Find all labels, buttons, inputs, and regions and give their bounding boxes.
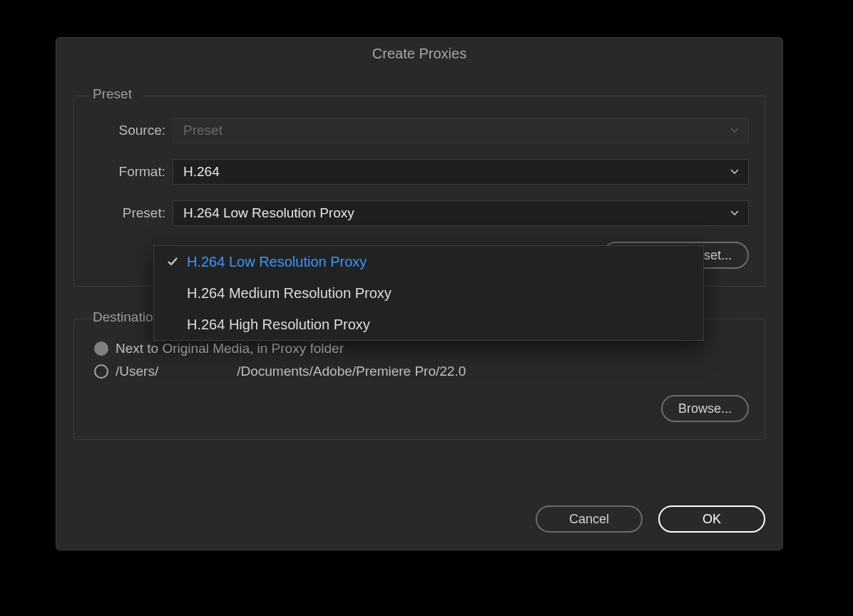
browse-button[interactable]: Browse... xyxy=(661,395,749,422)
chevron-down-icon xyxy=(730,167,740,177)
ok-button[interactable]: OK xyxy=(658,505,765,533)
source-select: Preset xyxy=(173,118,749,143)
chevron-down-icon xyxy=(730,125,740,135)
preset-option-label: H.264 Low Resolution Proxy xyxy=(187,254,367,270)
dialog-title: Create Proxies xyxy=(372,46,466,62)
format-value: H.264 xyxy=(183,164,220,180)
source-value: Preset xyxy=(183,123,223,138)
preset-select[interactable]: H.264 Low Resolution Proxy xyxy=(173,200,749,226)
preset-label: Preset: xyxy=(94,205,165,221)
preset-option-label: H.264 High Resolution Proxy xyxy=(187,317,370,333)
preset-option-low[interactable]: H.264 Low Resolution Proxy xyxy=(154,246,703,277)
destination-option1-label: Next to Original Media, in Proxy folder xyxy=(116,341,344,356)
chevron-down-icon xyxy=(730,208,740,218)
preset-dropdown[interactable]: H.264 Low Resolution Proxy H.264 Medium … xyxy=(153,245,704,341)
create-proxies-dialog: Create Proxies Preset Source: Preset For… xyxy=(56,37,783,550)
preset-option-medium[interactable]: H.264 Medium Resolution Proxy xyxy=(154,277,703,309)
check-icon xyxy=(164,253,181,270)
destination-option2-label: /Users/ /Documents/Adobe/Premiere Pro/22… xyxy=(116,364,466,379)
destination-option-custom-path[interactable]: /Users/ /Documents/Adobe/Premiere Pro/22… xyxy=(94,364,749,379)
check-icon xyxy=(164,284,181,302)
dialog-body: Preset Source: Preset Format: H.264 xyxy=(56,69,782,440)
path-suffix: /Documents/Adobe/Premiere Pro/22.0 xyxy=(237,364,466,379)
path-prefix: /Users/ xyxy=(116,364,158,379)
format-row: Format: H.264 xyxy=(94,159,749,185)
destination-footer: Browse... xyxy=(94,395,749,422)
radio-icon xyxy=(94,364,108,379)
source-row: Source: Preset xyxy=(94,118,749,143)
radio-icon xyxy=(94,342,108,356)
source-label: Source: xyxy=(94,123,165,138)
preset-option-high[interactable]: H.264 High Resolution Proxy xyxy=(154,309,703,340)
format-select[interactable]: H.264 xyxy=(173,159,749,185)
format-label: Format: xyxy=(94,164,165,180)
preset-value: H.264 Low Resolution Proxy xyxy=(183,205,354,221)
dialog-title-bar: Create Proxies xyxy=(56,38,782,69)
preset-legend: Preset xyxy=(88,86,136,102)
cancel-button[interactable]: Cancel xyxy=(536,505,643,533)
preset-row: Preset: H.264 Low Resolution Proxy xyxy=(94,200,749,226)
dialog-footer: Cancel OK xyxy=(536,505,765,533)
check-icon xyxy=(164,316,181,333)
preset-option-label: H.264 Medium Resolution Proxy xyxy=(187,285,392,302)
destination-option-next-to-original[interactable]: Next to Original Media, in Proxy folder xyxy=(94,341,749,356)
